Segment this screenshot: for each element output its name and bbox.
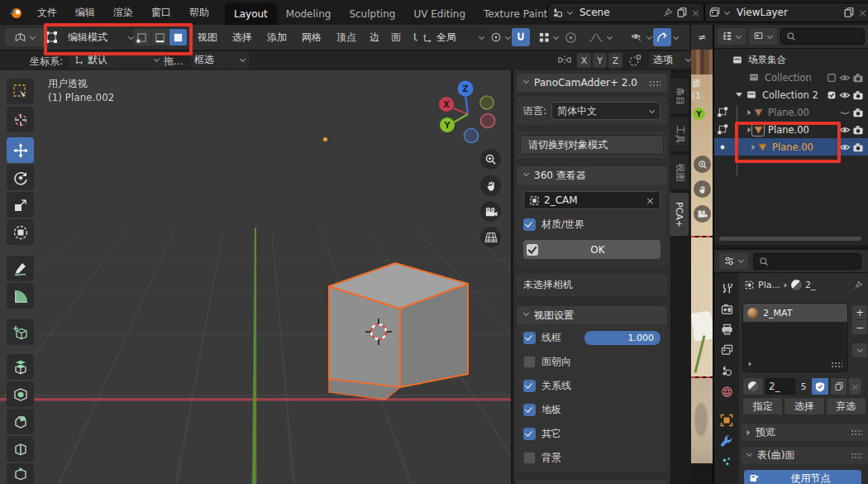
face-orientation-toggle[interactable]: 面朝向	[523, 355, 661, 369]
workspace-tab-layout[interactable]: Layout	[225, 3, 277, 25]
unlink-material-button[interactable]	[848, 377, 862, 395]
menu-select[interactable]: 选择	[225, 31, 260, 45]
checkbox-off-icon[interactable]	[523, 356, 536, 368]
duplicate-material-button[interactable]	[830, 377, 847, 395]
menu-edit[interactable]: 编辑	[66, 0, 104, 25]
mirror-icon[interactable]	[557, 54, 572, 66]
edited-cube-mesh[interactable]	[0, 70, 511, 484]
pin-icon[interactable]	[662, 7, 673, 18]
gizmo-minus-x-axis[interactable]	[481, 114, 495, 128]
switch-to-object-mode-button[interactable]: 请切换到对象模式	[520, 135, 664, 155]
zoom-control[interactable]	[480, 149, 501, 170]
checkbox-on-icon[interactable]	[523, 218, 536, 231]
wireframe-slider[interactable]: 1.000	[584, 331, 661, 345]
drag-grip-icon[interactable]	[649, 80, 661, 86]
camera-visibility-icon[interactable]	[851, 141, 865, 154]
mirror-x-button[interactable]: X	[577, 53, 591, 68]
exclude-checkbox-icon[interactable]	[825, 89, 838, 102]
new-scene-icon[interactable]	[676, 7, 688, 18]
clear-camera-icon[interactable]	[646, 194, 655, 207]
menu-edge[interactable]: 边	[364, 31, 385, 45]
blender-logo-icon[interactable]	[0, 6, 28, 19]
camera-visibility-icon[interactable]	[851, 89, 865, 102]
browse-material-button[interactable]	[742, 377, 764, 395]
scene-selector[interactable]: Scene	[547, 2, 704, 22]
menu-add[interactable]: 添加	[260, 31, 294, 45]
tab-modifiers[interactable]	[718, 433, 735, 449]
workspace-tab-sculpting[interactable]: Sculpting	[340, 3, 404, 25]
users-count-badge[interactable]: 5	[797, 377, 810, 395]
gizmo-minus-y-axis[interactable]	[480, 96, 494, 109]
sidebar-tab-tool[interactable]: 工具	[670, 117, 689, 151]
snap-with-dropdown[interactable]	[532, 28, 566, 46]
strip-zoom-control[interactable]	[694, 156, 711, 173]
checkbox-on-icon[interactable]	[523, 428, 536, 440]
outliner-search-input[interactable]	[780, 28, 865, 45]
snap-projection-icon[interactable]	[628, 54, 641, 67]
pin-icon[interactable]	[853, 280, 863, 290]
language-dropdown[interactable]: 简体中文	[551, 102, 661, 120]
panel-header-panocamadder[interactable]: PanoCamAdder+ 2.0	[517, 74, 667, 92]
camera-visibility-icon[interactable]	[851, 71, 865, 84]
wireframe-toggle[interactable]: 线框 1.000	[523, 331, 661, 345]
tool-select-box[interactable]	[7, 79, 34, 104]
strip-header[interactable]: ≠	[691, 25, 713, 50]
tool-scale[interactable]	[7, 192, 34, 218]
sidebar-tab-pca[interactable]: PCA+	[670, 193, 689, 236]
new-viewlayer-icon[interactable]	[843, 7, 855, 18]
outliner-filter-dropdown[interactable]	[749, 28, 777, 45]
proportional-editing-button[interactable]	[565, 31, 577, 44]
strip-camera-control[interactable]	[694, 205, 711, 223]
outliner-row-plane-hidden[interactable]: Plane.00	[714, 103, 868, 121]
unlink-scene-icon[interactable]	[691, 7, 700, 19]
workspace-tab-modeling[interactable]: Modeling	[277, 3, 341, 25]
gizmo-minus-z-axis[interactable]	[465, 129, 479, 143]
transform-orientation-dropdown[interactable]: 全局	[417, 28, 489, 46]
camera-viewport-strip[interactable]: ≠ 摄 (1 Y	[691, 25, 714, 484]
checkbox-on-icon[interactable]	[523, 404, 536, 416]
tool-extrude-region[interactable]	[7, 354, 34, 380]
tool-add-cube[interactable]	[7, 319, 34, 345]
mirror-y-button[interactable]: Y	[593, 53, 607, 68]
drag-grip-icon[interactable]	[851, 429, 862, 435]
surface-section-header[interactable]: 表(曲)面	[741, 447, 868, 464]
material-slot-row[interactable]: 2_MAT	[743, 304, 847, 322]
extras-toggle[interactable]: 其它	[523, 427, 661, 441]
camera-view-control[interactable]	[480, 201, 501, 222]
deselect-button[interactable]: 弃选	[826, 397, 866, 415]
snap-toggle-button[interactable]	[512, 28, 530, 46]
expand-icon[interactable]	[749, 362, 752, 367]
breadcrumb-material[interactable]: 2_	[805, 280, 850, 290]
tab-world[interactable]	[718, 383, 735, 400]
properties-editor-type-button[interactable]	[719, 253, 748, 270]
resize-grip-icon[interactable]	[831, 362, 842, 367]
pan-control[interactable]	[480, 175, 501, 196]
aux-section-header[interactable]: 辅助	[517, 480, 667, 484]
menu-render[interactable]: 渲染	[104, 0, 142, 25]
tool-bevel[interactable]	[7, 409, 34, 434]
drag-grip-icon[interactable]	[851, 453, 862, 458]
sidebar-tab-view[interactable]: 视图	[670, 155, 689, 189]
proportional-falloff-dropdown[interactable]	[581, 28, 619, 46]
viewlayer-selector[interactable]: ViewLayer	[704, 2, 868, 22]
tool-cursor[interactable]	[7, 107, 34, 132]
strip-gizmo-y-axis[interactable]: Y	[693, 108, 705, 120]
gizmo-dropdown[interactable]	[653, 28, 679, 46]
checkbox-on-icon[interactable]	[523, 380, 536, 392]
expanded-arrow-icon[interactable]	[736, 93, 742, 97]
drag-label[interactable]: 拖…	[164, 55, 184, 69]
menu-vertex[interactable]: 顶点	[329, 31, 364, 45]
outliner-row-scene-collection[interactable]: 场景集合	[714, 51, 868, 69]
menu-window[interactable]: 窗口	[142, 0, 180, 25]
relationship-lines-toggle[interactable]: 关系线	[523, 379, 661, 393]
tab-render[interactable]	[718, 300, 735, 317]
tool-move[interactable]	[7, 137, 34, 163]
tool-measure[interactable]	[7, 283, 34, 309]
outliner-scrollbar[interactable]	[719, 237, 861, 241]
fake-user-shield-button[interactable]	[811, 377, 829, 395]
hide-eye-icon[interactable]	[838, 71, 851, 84]
strip-pan-control[interactable]	[694, 180, 711, 198]
tab-output[interactable]	[718, 321, 735, 338]
collapsed-arrow-icon[interactable]	[748, 109, 751, 114]
tool-knife[interactable]	[7, 463, 34, 484]
